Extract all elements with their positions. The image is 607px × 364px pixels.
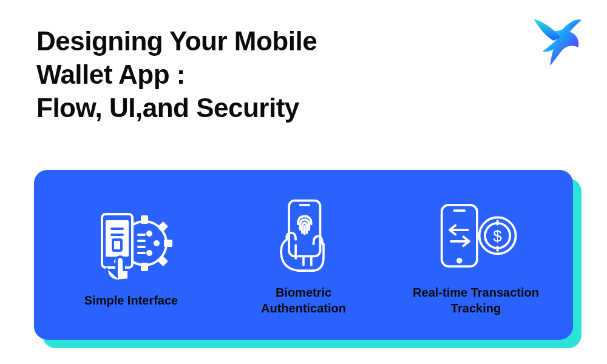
svg-rect-6 <box>159 223 167 231</box>
svg-text:$: $ <box>493 226 502 244</box>
feature-simple-interface: Simple Interface <box>46 202 216 308</box>
card-body: Simple Interface <box>34 170 573 340</box>
slide: Designing Your Mobile Wallet App : Flow,… <box>0 0 607 364</box>
svg-point-11 <box>148 251 151 255</box>
title-line-2: Wallet App : <box>36 58 317 91</box>
svg-point-10 <box>155 241 158 245</box>
svg-rect-1 <box>142 217 147 223</box>
feature-label: BiometricAuthentication <box>261 285 346 316</box>
feature-transaction-tracking: $ Real-time TransactionTracking <box>390 194 561 316</box>
title-line-1: Designing Your Mobile <box>36 24 317 58</box>
feature-label: Simple Interface <box>84 292 178 308</box>
biometric-auth-icon <box>270 194 337 276</box>
transaction-track-icon: $ <box>430 194 521 276</box>
svg-rect-28 <box>442 204 477 266</box>
svg-point-30 <box>458 258 461 262</box>
svg-rect-2 <box>142 264 147 270</box>
hummingbird-logo <box>529 13 584 68</box>
simple-interface-icon <box>89 202 174 284</box>
features-card: Simple Interface <box>34 170 573 340</box>
svg-rect-8 <box>159 257 167 265</box>
title-line-3: Flow, UI,and Security <box>36 91 317 124</box>
page-title: Designing Your Mobile Wallet App : Flow,… <box>36 24 317 124</box>
feature-label: Real-time TransactionTracking <box>413 285 539 316</box>
feature-biometric-auth: BiometricAuthentication <box>218 194 388 316</box>
svg-point-9 <box>148 232 151 235</box>
svg-rect-4 <box>165 241 171 246</box>
